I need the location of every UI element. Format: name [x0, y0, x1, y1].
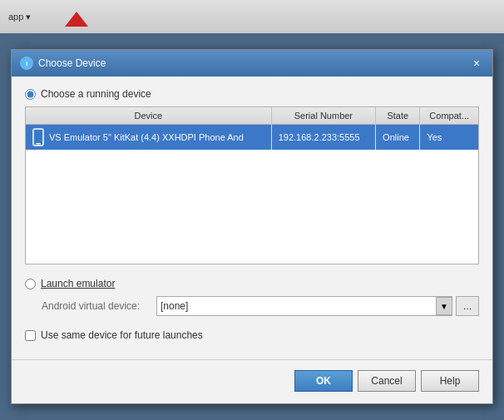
- device-table: Device Serial Number State Compat...: [26, 107, 478, 150]
- launch-emulator-label: Launch emulator: [41, 278, 115, 289]
- phone-icon: [32, 128, 44, 146]
- svg-rect-4: [36, 143, 41, 145]
- svg-text:i: i: [26, 60, 27, 67]
- table-header: Device Serial Number State Compat...: [26, 107, 478, 125]
- cell-state: Online: [376, 125, 420, 151]
- arrow-indicator: [65, 12, 88, 34]
- cell-serial: 192.168.2.233:5555: [271, 125, 375, 151]
- launch-emulator-label-text: Launch emulator: [41, 278, 115, 289]
- dialog-title-left: i Choose Device: [20, 57, 106, 70]
- avd-browse-button[interactable]: …: [456, 296, 479, 316]
- dialog-footer: OK Cancel Help: [12, 359, 492, 403]
- avd-select-wrapper: [none] ▼ …: [156, 296, 479, 316]
- table-row[interactable]: VS Emulator 5" KitKat (4.4) XXHDPI Phone…: [26, 125, 478, 151]
- running-device-radio[interactable]: [25, 89, 36, 100]
- device-name: VS Emulator 5" KitKat (4.4) XXHDPI Phone…: [49, 132, 244, 142]
- close-button[interactable]: ×: [469, 56, 484, 71]
- dialog-icon: i: [20, 57, 33, 70]
- launch-emulator-radio[interactable]: [25, 279, 36, 289]
- avd-select[interactable]: [none]: [156, 296, 452, 316]
- cancel-button[interactable]: Cancel: [358, 370, 416, 392]
- col-compat: Compat...: [420, 107, 478, 125]
- toolbar-app-label: app ▾: [8, 12, 31, 22]
- launch-emulator-section: Launch emulator Android virtual device: …: [25, 278, 479, 316]
- launch-emulator-option[interactable]: Launch emulator: [25, 278, 479, 289]
- svg-marker-0: [65, 12, 88, 27]
- dialog-titlebar: i Choose Device ×: [12, 50, 492, 77]
- same-device-checkbox-row: Use same device for future launches: [25, 329, 479, 341]
- ok-button[interactable]: OK: [294, 370, 353, 392]
- choose-device-dialog: i Choose Device × Choose a running devic…: [11, 49, 493, 404]
- avd-label: Android virtual device:: [42, 300, 150, 312]
- cell-compat: Yes: [420, 125, 478, 151]
- table-body: VS Emulator 5" KitKat (4.4) XXHDPI Phone…: [26, 125, 478, 151]
- same-device-label: Use same device for future launches: [41, 329, 203, 341]
- dialog-title: Choose Device: [38, 57, 106, 69]
- avd-row: Android virtual device: [none] ▼ …: [42, 296, 479, 316]
- col-serial: Serial Number: [271, 107, 375, 125]
- col-device: Device: [26, 107, 271, 125]
- dialog-body: Choose a running device Device Serial Nu…: [12, 77, 492, 353]
- running-device-option[interactable]: Choose a running device: [25, 88, 479, 100]
- device-cell-content: VS Emulator 5" KitKat (4.4) XXHDPI Phone…: [32, 128, 264, 146]
- running-device-label: Choose a running device: [41, 88, 151, 100]
- cell-device: VS Emulator 5" KitKat (4.4) XXHDPI Phone…: [26, 125, 271, 151]
- col-state: State: [376, 107, 420, 125]
- device-table-container: Device Serial Number State Compat...: [25, 106, 479, 264]
- avd-dropdown-arrow[interactable]: ▼: [436, 297, 452, 315]
- same-device-checkbox[interactable]: [25, 330, 36, 341]
- help-button[interactable]: Help: [421, 370, 479, 392]
